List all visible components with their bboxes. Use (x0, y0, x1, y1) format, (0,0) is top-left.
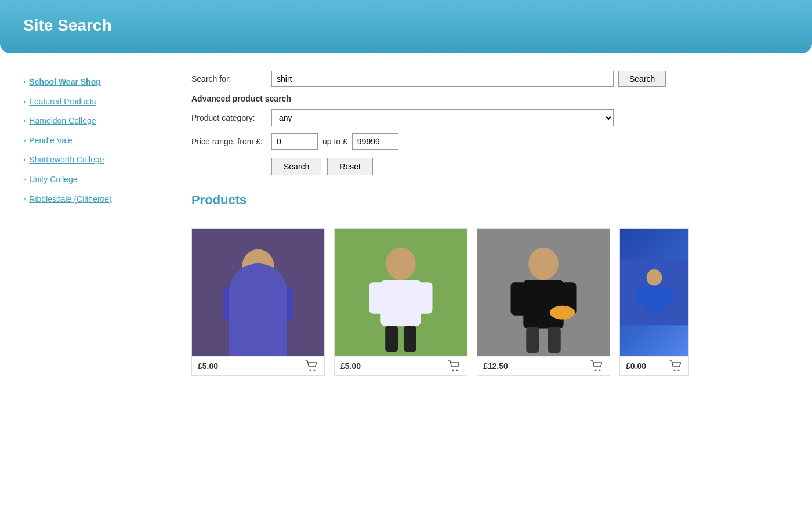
page-title: Site Search (23, 16, 789, 35)
add-to-cart-icon[interactable] (590, 360, 604, 372)
sidebar-item-ribblesdale-clitheroe[interactable]: ›Ribblesdale (Clitheroe) (23, 194, 186, 205)
svg-rect-14 (385, 326, 398, 352)
sidebar-link-school-wear-shop[interactable]: School Wear Shop (29, 77, 100, 88)
arrow-icon: › (23, 97, 26, 106)
sidebar-item-school-wear-shop[interactable]: ›School Wear Shop (23, 77, 186, 88)
arrow-icon: › (23, 77, 26, 86)
product-image[interactable] (477, 229, 610, 356)
svg-rect-32 (663, 287, 671, 305)
product-footer: £5.00 (335, 356, 467, 375)
arrow-icon: › (23, 116, 26, 125)
products-heading: Products (191, 193, 789, 208)
divider (191, 216, 789, 216)
svg-point-7 (310, 370, 311, 371)
search-form: Search for: Search Advanced product sear… (191, 71, 789, 175)
product-price: £5.00 (340, 361, 361, 371)
advanced-title: Advanced product search (191, 94, 789, 103)
svg-rect-12 (369, 282, 385, 314)
sidebar-link-shuttleworth-college[interactable]: Shuttleworth College (29, 154, 104, 166)
svg-rect-13 (416, 282, 433, 314)
svg-rect-5 (241, 335, 255, 356)
product-price: £0.00 (626, 361, 646, 371)
product-card: £12.50 (477, 228, 610, 376)
product-price: £12.50 (483, 361, 508, 371)
price-range-row: Price range, from £: up to £ (191, 133, 789, 150)
arrow-icon: › (23, 136, 26, 144)
svg-point-29 (647, 269, 662, 286)
price-to-input[interactable] (352, 133, 398, 150)
reset-button[interactable]: Reset (327, 158, 373, 175)
main-container: ›School Wear Shop›Featured Products›Hame… (0, 53, 812, 393)
sidebar-item-pendle-vale[interactable]: ›Pendle Vale (23, 135, 186, 147)
search-for-label: Search for: (191, 74, 267, 84)
svg-point-10 (386, 248, 416, 280)
svg-point-19 (528, 248, 559, 280)
svg-rect-21 (510, 282, 527, 315)
sidebar-item-hameldon-college[interactable]: ›Hameldon College (23, 115, 186, 127)
product-card: £5.00 (191, 228, 325, 376)
svg-rect-11 (380, 280, 420, 326)
add-to-cart-icon[interactable] (669, 360, 683, 372)
svg-rect-3 (224, 287, 241, 321)
form-buttons: Search Reset (271, 158, 789, 175)
arrow-icon: › (23, 175, 26, 183)
svg-point-33 (674, 370, 676, 371)
product-footer: £5.00 (192, 356, 324, 375)
sidebar-item-unity-college[interactable]: ›Unity College (23, 174, 186, 186)
sidebar-item-shuttleworth-college[interactable]: ›Shuttleworth College (23, 154, 186, 166)
sidebar-link-hameldon-college[interactable]: Hameldon College (29, 115, 96, 127)
svg-rect-6 (261, 335, 276, 356)
arrow-icon: › (23, 194, 26, 203)
svg-rect-4 (276, 287, 293, 321)
svg-rect-31 (637, 287, 646, 305)
svg-rect-15 (404, 326, 416, 352)
product-card: £5.00 (334, 228, 467, 376)
svg-point-25 (550, 306, 575, 320)
category-select[interactable]: anyshirtstrousersjacketsaccessories (271, 109, 614, 126)
search-button[interactable]: Search (271, 158, 321, 175)
product-image[interactable] (192, 229, 324, 356)
site-header: Site Search (0, 0, 812, 53)
search-button-top[interactable]: Search (618, 71, 666, 87)
category-row: Product category: anyshirtstrousersjacke… (191, 109, 789, 126)
svg-rect-30 (644, 286, 665, 312)
sidebar-link-pendle-vale[interactable]: Pendle Vale (29, 135, 72, 147)
svg-point-16 (452, 370, 454, 371)
svg-rect-0 (192, 229, 324, 356)
arrow-icon: › (23, 155, 26, 164)
svg-point-27 (599, 370, 601, 371)
product-footer: £0.00 (620, 356, 688, 375)
category-label: Product category: (191, 113, 267, 122)
add-to-cart-icon[interactable] (447, 360, 461, 372)
svg-point-17 (456, 370, 458, 371)
product-grid: £5.00 £5.00 £12.50 (191, 228, 789, 376)
price-label: Price range, from £: (191, 137, 267, 146)
products-section: Products £5.00 £5.00 (191, 193, 789, 376)
search-input[interactable] (271, 71, 614, 87)
svg-point-8 (314, 370, 316, 371)
product-image[interactable] (620, 229, 688, 356)
sidebar-item-featured-products[interactable]: ›Featured Products (23, 96, 186, 108)
product-footer: £12.50 (477, 356, 610, 375)
price-from-input[interactable] (271, 133, 318, 150)
svg-point-26 (595, 370, 597, 371)
svg-rect-23 (526, 327, 539, 353)
price-separator: up to £ (322, 137, 347, 146)
content-area: Search for: Search Advanced product sear… (186, 71, 789, 376)
svg-point-34 (678, 370, 680, 371)
product-image[interactable] (335, 229, 467, 356)
search-row: Search for: Search (191, 71, 789, 87)
sidebar: ›School Wear Shop›Featured Products›Hame… (23, 71, 186, 376)
sidebar-link-featured-products[interactable]: Featured Products (29, 96, 96, 108)
svg-point-1 (242, 249, 274, 284)
svg-rect-2 (235, 284, 281, 335)
product-price: £5.00 (198, 361, 218, 371)
svg-rect-24 (548, 327, 561, 353)
sidebar-link-unity-college[interactable]: Unity College (29, 174, 77, 186)
add-to-cart-icon[interactable] (304, 360, 318, 372)
product-card: £0.00 (619, 228, 689, 376)
svg-rect-20 (523, 280, 563, 328)
sidebar-link-ribblesdale-clitheroe[interactable]: Ribblesdale (Clitheroe) (29, 194, 111, 205)
